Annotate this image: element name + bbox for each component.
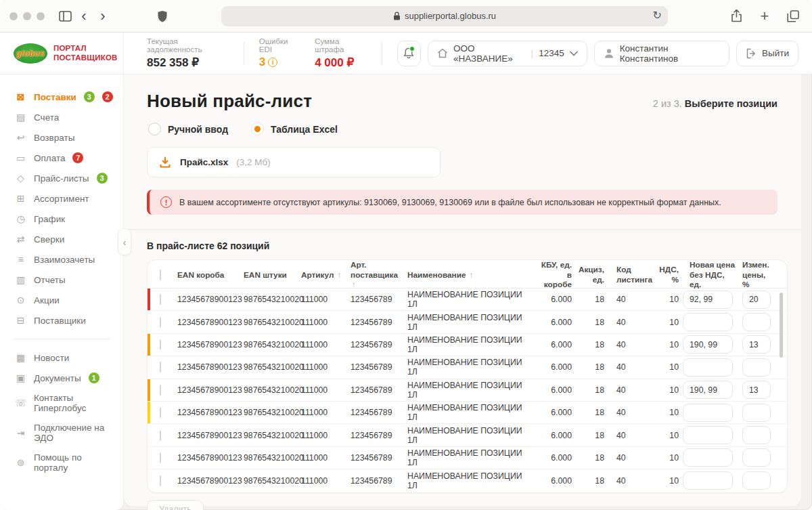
count-badge: 2	[102, 91, 113, 102]
sidebar-item-помощь-по-порталу[interactable]: ⊚Помощь по порталу	[0, 448, 123, 477]
sidebar-item-поставки[interactable]: ⊠Поставки32	[0, 87, 123, 107]
sidebar-item-контакты-гиперглобус[interactable]: ☏Контакты Гиперглобус	[0, 388, 123, 418]
news-icon: ▦	[15, 352, 26, 363]
address-bar[interactable]: supplierportal.globus.ru ↻	[221, 6, 668, 26]
table-row: 1234567890012398765432100201110001234567…	[148, 447, 787, 469]
price-change-input[interactable]	[742, 335, 771, 354]
sidebar-item-акции[interactable]: ⊙Акции	[0, 290, 123, 310]
tab-overview-icon[interactable]	[784, 7, 803, 26]
row-checkbox[interactable]	[160, 452, 161, 463]
error-icon: !	[160, 196, 172, 208]
cell-supplier_article: 123456789	[351, 385, 407, 395]
logout-button[interactable]: Выйти	[736, 41, 798, 66]
cell-listing: 40	[608, 362, 652, 372]
new-price-input[interactable]	[683, 335, 733, 354]
price-change-input[interactable]	[742, 358, 771, 377]
window-controls[interactable]	[9, 12, 45, 20]
sidebar-item-label: Отчеты	[34, 275, 66, 285]
stat-debt: Текущая задолженность 852 358 ₽	[147, 37, 244, 70]
cell-name: НАИМЕНОВАНИЕ ПОЗИЦИИ 1Л	[407, 381, 538, 400]
new-price-input[interactable]	[683, 448, 733, 467]
sidebar: ⊠Поставки32▤Счета↩Возвраты▭Оплата7◇Прайс…	[0, 75, 124, 510]
cell-ean_box: 12345678900123	[177, 340, 244, 349]
error-text: В вашем ассортименте отсутствуют артикул…	[179, 198, 721, 207]
sidebar-item-label: Ассортимент	[34, 194, 89, 204]
notifications-bell-icon[interactable]	[397, 41, 421, 66]
company-name: ООО «НАЗВАНИЕ»	[453, 43, 526, 64]
cell-excise: 18	[576, 431, 608, 440]
sidebar-item-взаимозачеты[interactable]: ≡Взаимозачеты	[0, 249, 123, 270]
stat-penalty: Сумма штрафа 4 000 ₽	[315, 37, 382, 70]
sidebar-item-подключение-на-эдо[interactable]: ⇥Подключение на ЭДО	[0, 418, 123, 448]
uploaded-file-box[interactable]: Прайс.xlsx (3,2 Мб)	[147, 147, 441, 177]
sidebar-item-новости[interactable]: ▦Новости	[0, 347, 123, 368]
sidebar-item-отчеты[interactable]: ▥Отчеты	[0, 270, 123, 290]
cell-vat: 10	[652, 453, 683, 463]
row-checkbox[interactable]	[160, 430, 161, 441]
row-checkbox[interactable]	[160, 362, 161, 373]
sidebar-item-документы[interactable]: ▣Документы1	[0, 368, 123, 388]
sidebar-item-label: Прайс-листы	[34, 173, 89, 184]
cell-ean_box: 12345678900123	[177, 362, 244, 372]
count-badge: 7	[72, 152, 83, 163]
sort-asc-icon[interactable]: ↑	[338, 270, 342, 280]
row-checkbox[interactable]	[160, 407, 161, 418]
price-change-input[interactable]	[742, 426, 771, 444]
privacy-shield-icon[interactable]	[153, 7, 172, 26]
info-icon[interactable]: i	[268, 58, 277, 67]
company-selector[interactable]: ООО «НАЗВАНИЕ» | 12345	[428, 41, 587, 66]
sidebar-item-label: Поставки	[34, 92, 76, 102]
input-mode-radios: Ручной ввод Таблица Excel	[148, 123, 801, 135]
new-price-input[interactable]	[683, 471, 733, 490]
sidebar-item-возвраты[interactable]: ↩Возвраты	[0, 127, 123, 148]
cell-excise: 18	[576, 408, 608, 417]
new-price-input[interactable]	[683, 291, 733, 309]
company-code: 12345	[539, 48, 564, 58]
cell-name: НАИМЕНОВАНИЕ ПОЗИЦИИ 1Л	[407, 448, 538, 467]
new-price-input[interactable]	[683, 426, 733, 444]
sidebar-item-ассортимент[interactable]: ⊞Ассортимент	[0, 188, 123, 209]
price-change-input[interactable]	[742, 313, 771, 331]
sidebar-item-график[interactable]: ◷График	[0, 209, 123, 229]
cell-kbu: 6.000	[538, 431, 576, 440]
sidebar-item-оплата[interactable]: ▭Оплата7	[0, 148, 123, 168]
price-change-input[interactable]	[742, 404, 771, 422]
row-checkbox[interactable]	[160, 294, 161, 305]
forward-icon[interactable]: ›	[93, 7, 112, 26]
price-change-input[interactable]	[742, 448, 771, 467]
new-tab-icon[interactable]: +	[755, 7, 774, 26]
row-checkbox[interactable]	[160, 475, 161, 486]
back-icon[interactable]: ‹	[74, 7, 93, 26]
sidebar-toggle-icon[interactable]	[55, 7, 74, 26]
user-menu[interactable]: Константин Константинов	[594, 41, 729, 66]
row-checkbox[interactable]	[160, 385, 161, 396]
logo[interactable]: globus ПОРТАЛ ПОСТАВЩИКОВ	[0, 33, 124, 74]
assortment-grid-icon: ⊞	[15, 193, 26, 204]
price-change-input[interactable]	[742, 291, 771, 309]
reload-icon[interactable]: ↻	[653, 9, 662, 22]
row-checkbox[interactable]	[160, 339, 161, 350]
sidebar-item-счета[interactable]: ▤Счета	[0, 107, 123, 127]
new-price-input[interactable]	[683, 313, 733, 331]
row-checkbox[interactable]	[160, 317, 161, 328]
sort-asc-icon[interactable]: ↑	[470, 270, 474, 280]
radio-excel-table[interactable]: Таблица Excel	[251, 123, 338, 135]
price-tag-icon: ◇	[15, 173, 26, 184]
radio-manual-input[interactable]: Ручной ввод	[148, 123, 228, 135]
sidebar-item-прайс-листы[interactable]: ◇Прайс-листы3	[0, 168, 123, 188]
price-change-input[interactable]	[742, 471, 771, 490]
sidebar-item-label: Подключение на ЭДО	[34, 423, 116, 443]
new-price-input[interactable]	[683, 404, 733, 422]
new-price-input[interactable]	[683, 381, 733, 399]
sidebar-item-label: График	[34, 214, 65, 224]
sidebar-item-поставщики[interactable]: ⊟Поставщики	[0, 310, 123, 331]
share-icon[interactable]	[727, 7, 746, 26]
invoice-icon: ▤	[15, 112, 26, 123]
price-change-input[interactable]	[742, 381, 771, 399]
sidebar-item-сверки[interactable]: ⇄Сверки	[0, 229, 123, 249]
new-price-input[interactable]	[683, 358, 733, 377]
select-all-checkbox[interactable]	[160, 270, 161, 280]
delete-button[interactable]: Удалить	[147, 500, 204, 510]
table-scrollbar[interactable]	[780, 293, 783, 358]
sidebar-collapse-handle[interactable]: ‹	[118, 228, 131, 255]
